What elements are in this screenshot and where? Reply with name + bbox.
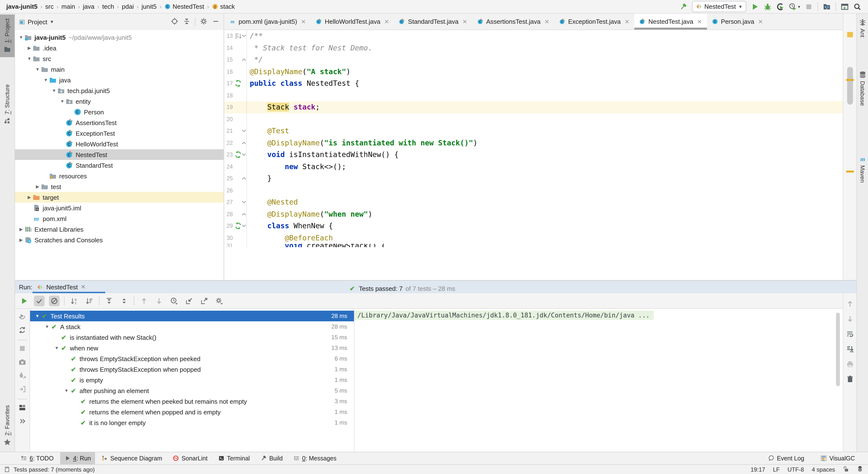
tree-expand-icon[interactable]: ▶: [34, 184, 41, 189]
tree-expand-icon[interactable]: ▼: [43, 77, 49, 83]
editor-tab[interactable]: CHelloWorldTest.java ✕: [311, 13, 394, 30]
camera-button[interactable]: [19, 358, 26, 367]
code-line[interactable]: 19 Stack stack;: [224, 101, 843, 113]
export-res-button[interactable]: [199, 295, 210, 306]
breadcrumb-item[interactable]: CNestedTest: [163, 2, 206, 11]
bugjump-button[interactable]: [19, 372, 26, 381]
code-line[interactable]: 14 * Stack test for Nest Demo.: [224, 42, 843, 54]
code-line[interactable]: 24 new Stack<>();: [224, 161, 843, 172]
project-tree-item[interactable]: ▶ .idea: [15, 43, 223, 53]
arrow-up-button[interactable]: [846, 300, 854, 309]
project-tree-item[interactable]: ▼ tech.pdai.junit5: [15, 85, 223, 96]
exit-button[interactable]: [19, 385, 26, 394]
arrow-down-button[interactable]: [846, 315, 854, 324]
project-tree-item[interactable]: ▶ External Libraries: [15, 224, 223, 234]
printer-button[interactable]: [846, 360, 854, 369]
tree-expand-icon[interactable]: ▼: [63, 388, 70, 393]
fold-marker[interactable]: [242, 56, 246, 64]
breadcrumb-item[interactable]: main: [60, 2, 76, 11]
lock-open-button[interactable]: [843, 466, 849, 473]
project-tree-item[interactable]: ▶ test: [15, 181, 223, 192]
test-result-row[interactable]: ✔ it is no longer empty 1 ms: [30, 417, 354, 428]
code-line[interactable]: 23 void isInstantiatedWithNew() {: [224, 149, 843, 161]
breadcrumb-item[interactable]: java-junit5: [5, 2, 39, 11]
run-console[interactable]: /Library/Java/JavaVirtualMachines/jdk1.8…: [354, 309, 843, 452]
editor-tab[interactable]: mpom.xml (java-junit5) ✕: [224, 13, 311, 30]
code-line[interactable]: 29 class WhenNew {: [224, 220, 843, 232]
project-structure-button[interactable]: [823, 3, 831, 10]
breadcrumb-item[interactable]: pdai: [121, 2, 135, 11]
fold-marker[interactable]: [242, 210, 246, 218]
code-line[interactable]: 27 @Nested: [224, 196, 843, 208]
code-line[interactable]: 13 /**: [224, 30, 843, 42]
close-icon[interactable]: ✕: [81, 284, 86, 290]
breadcrumb-item[interactable]: java: [82, 2, 96, 11]
chevR-button[interactable]: [19, 417, 26, 426]
run-configuration-selector[interactable]: NestedTest ▼: [692, 1, 747, 12]
close-icon[interactable]: ✕: [697, 18, 702, 25]
project-tree-item[interactable]: ▼ entity: [15, 96, 223, 107]
scroll-end-button[interactable]: [846, 345, 854, 354]
collapse-all2-button[interactable]: [119, 295, 129, 306]
import-res-button[interactable]: [184, 295, 194, 306]
fold-marker[interactable]: [242, 198, 246, 206]
gear-dd-button[interactable]: [214, 295, 224, 306]
code-line-clipped[interactable]: 31 void createNewStack() {: [224, 244, 843, 247]
test-result-row[interactable]: ▼ ✔ after pushing an element 5 ms: [30, 385, 354, 396]
stop-disabled-button[interactable]: [19, 345, 26, 354]
trash-button[interactable]: [846, 375, 854, 384]
tree-expand-icon[interactable]: ▼: [59, 99, 65, 104]
code-line[interactable]: 15 */: [224, 54, 843, 66]
tree-expand-icon[interactable]: ▼: [34, 314, 41, 318]
project-tree-item[interactable]: ▼ src: [15, 53, 223, 64]
status-widget[interactable]: LF: [773, 466, 780, 473]
close-icon[interactable]: ✕: [462, 18, 467, 25]
tree-expand-icon[interactable]: ▼: [44, 324, 51, 329]
code-line[interactable]: 22 @DisplayName("is instantiated with ne…: [224, 137, 843, 149]
fold-marker[interactable]: [242, 32, 246, 40]
error-stripe-mark[interactable]: [846, 170, 854, 172]
locate-button[interactable]: [171, 17, 179, 26]
history-button[interactable]: [169, 295, 179, 306]
project-tree-item[interactable]: resources: [15, 170, 223, 181]
code-line[interactable]: 20: [224, 113, 843, 125]
project-tree-item[interactable]: ▼ java-junit5 ~/pdai/www/java-junit5: [15, 32, 223, 43]
test-result-row[interactable]: ✔ returns the element when popped and is…: [30, 407, 354, 417]
tree-expand-icon[interactable]: ▼: [53, 346, 60, 350]
sort-az-button[interactable]: az: [69, 295, 80, 306]
tool-button-build[interactable]: Build: [256, 452, 287, 464]
error-stripe-mark[interactable]: [846, 79, 854, 81]
breadcrumb-item[interactable]: fstack: [211, 2, 237, 11]
editor-tab[interactable]: CAssertionsTest.java ✕: [472, 13, 554, 30]
project-view-selector[interactable]: Project ▼: [19, 18, 54, 26]
project-tree-item[interactable]: ▼ java: [15, 75, 223, 85]
project-tree-item[interactable]: java-junit5.iml: [15, 202, 223, 213]
tool-button-0-messages[interactable]: 0: Messages: [289, 452, 341, 464]
run-tab-nestedtest[interactable]: NestedTest ✕: [37, 283, 86, 290]
tool-stripe-7-structure[interactable]: 7: Structure: [0, 81, 14, 128]
tree-expand-icon[interactable]: ▼: [26, 56, 32, 61]
project-tree-item[interactable]: CPerson: [15, 107, 223, 117]
editor-tab[interactable]: CPerson.java ✕: [707, 13, 768, 30]
breadcrumb-item[interactable]: junit5: [140, 2, 158, 11]
tree-expand-icon[interactable]: ▼: [51, 88, 57, 93]
test-result-row[interactable]: ▼ ✔ A stack 28 ms: [30, 321, 354, 332]
tool-stripe-database[interactable]: Database: [857, 71, 868, 106]
tool-button-6-todo[interactable]: 6: TODO: [17, 452, 58, 464]
tool-stripe-ant[interactable]: Ant: [857, 19, 868, 37]
tree-expand-icon[interactable]: ▶: [18, 238, 24, 242]
toggle-check-button[interactable]: [34, 295, 44, 306]
tool-button-sequence-diagram[interactable]: Sequence Diagram: [97, 452, 166, 464]
editor-scrollbar-thumb[interactable]: [847, 67, 853, 105]
stop-button[interactable]: [805, 3, 813, 10]
close-icon[interactable]: ✕: [544, 18, 549, 25]
gear-button[interactable]: [200, 17, 208, 26]
hector-button[interactable]: [857, 466, 863, 473]
play-green-button[interactable]: [19, 295, 30, 306]
test-result-row[interactable]: ✔ is instantiated with new Stack() 15 ms: [30, 332, 354, 343]
tree-expand-icon[interactable]: ▼: [34, 67, 41, 72]
run-anything-button[interactable]: [841, 3, 848, 10]
tool-stripe-2-favorites[interactable]: 2: Favorites: [0, 402, 14, 450]
test-result-row[interactable]: ▼ ✔ when new 13 ms: [30, 343, 354, 353]
run-button[interactable]: [751, 3, 759, 10]
